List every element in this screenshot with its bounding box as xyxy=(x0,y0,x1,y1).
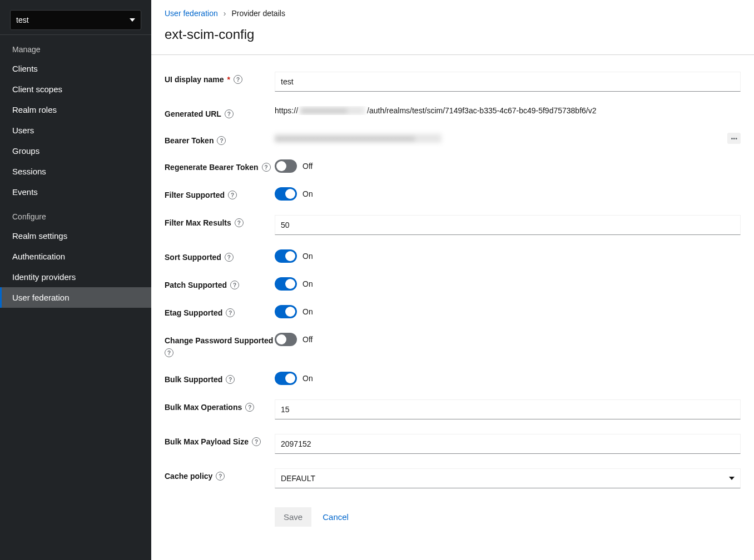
bulk-supported-switch[interactable] xyxy=(275,372,297,385)
realm-selector[interactable]: test xyxy=(10,10,141,30)
help-icon[interactable]: ? xyxy=(165,348,173,357)
sidebar-item-client-scopes[interactable]: Client scopes xyxy=(0,79,151,99)
help-icon[interactable]: ? xyxy=(235,218,244,227)
filter-supported-state: On xyxy=(302,189,313,198)
bearer-token-label: Bearer Token xyxy=(165,136,214,145)
help-icon[interactable]: ? xyxy=(216,472,225,481)
sidebar-item-events[interactable]: Events xyxy=(0,182,151,202)
cache-policy-label: Cache policy xyxy=(165,472,212,481)
manage-section-title: Manage xyxy=(0,35,151,58)
breadcrumb-user-federation[interactable]: User federation xyxy=(165,9,218,18)
main-content: User federation › Provider details ext-s… xyxy=(151,0,754,560)
page-title: ext-scim-config xyxy=(165,27,741,42)
chevron-down-icon xyxy=(130,18,135,22)
reveal-token-icon[interactable]: ••• xyxy=(727,133,741,144)
etag-supported-label: Etag Supported xyxy=(165,308,222,317)
bulk-max-payload-label: Bulk Max Payload Size xyxy=(165,437,249,446)
sidebar-item-identity-providers[interactable]: Identity providers xyxy=(0,267,151,287)
breadcrumb: User federation › Provider details xyxy=(165,9,741,18)
sidebar-item-user-federation[interactable]: User federation xyxy=(0,287,151,308)
filter-supported-switch[interactable] xyxy=(275,187,297,201)
bulk-max-ops-input[interactable] xyxy=(275,399,741,419)
ui-display-name-input[interactable] xyxy=(275,72,741,92)
generated-url-prefix: https:// xyxy=(275,106,298,115)
bulk-max-payload-input[interactable] xyxy=(275,434,741,454)
generated-url-input[interactable]: https:// xxxxxxxxxxxx /auth/realms/test/… xyxy=(275,106,741,115)
chevron-down-icon xyxy=(729,477,735,480)
filter-supported-label: Filter Supported xyxy=(165,191,225,199)
generated-url-suffix: /auth/realms/test/scim/7149f3ac-b335-4c6… xyxy=(367,106,596,115)
configure-section-title: Configure xyxy=(0,202,151,226)
patch-supported-switch[interactable] xyxy=(275,277,297,291)
help-icon[interactable]: ? xyxy=(230,281,239,289)
regenerate-token-state: Off xyxy=(302,162,312,171)
save-button[interactable]: Save xyxy=(275,507,311,527)
change-password-state: Off xyxy=(302,335,312,344)
cancel-button[interactable]: Cancel xyxy=(323,512,349,522)
help-icon[interactable]: ? xyxy=(245,403,254,412)
sort-supported-switch[interactable] xyxy=(275,249,297,263)
sidebar-item-clients[interactable]: Clients xyxy=(0,58,151,79)
help-icon[interactable]: ? xyxy=(226,375,235,384)
help-icon[interactable]: ? xyxy=(228,191,237,199)
patch-supported-state: On xyxy=(302,279,313,288)
etag-supported-state: On xyxy=(302,307,313,316)
help-icon[interactable]: ? xyxy=(225,253,234,262)
filter-max-results-label: Filter Max Results xyxy=(165,218,231,227)
breadcrumb-current: Provider details xyxy=(231,9,285,18)
bulk-max-ops-label: Bulk Max Operations xyxy=(165,403,242,412)
sidebar-item-groups[interactable]: Groups xyxy=(0,141,151,161)
redacted-token: xxxxxxxxxxxxxxxxxxxxxxxxxxxxxxxxxxxx xyxy=(275,134,442,143)
sidebar-item-realm-settings[interactable]: Realm settings xyxy=(0,226,151,246)
ui-display-name-label: UI display name xyxy=(165,75,224,84)
sidebar-item-sessions[interactable]: Sessions xyxy=(0,161,151,182)
regenerate-token-label: Regenerate Bearer Token xyxy=(165,163,259,172)
bearer-token-input[interactable]: xxxxxxxxxxxxxxxxxxxxxxxxxxxxxxxxxxxx xyxy=(275,134,442,143)
bulk-supported-state: On xyxy=(302,374,313,383)
chevron-right-icon: › xyxy=(224,9,226,18)
help-icon[interactable]: ? xyxy=(262,163,271,172)
required-indicator: * xyxy=(227,75,230,84)
sidebar-item-authentication[interactable]: Authentication xyxy=(0,246,151,267)
regenerate-token-switch[interactable] xyxy=(275,159,297,173)
help-icon[interactable]: ? xyxy=(252,437,261,446)
generated-url-label: Generated URL xyxy=(165,109,221,118)
sidebar-item-users[interactable]: Users xyxy=(0,120,151,141)
redacted-host: xxxxxxxxxxxx xyxy=(300,106,365,115)
help-icon[interactable]: ? xyxy=(234,75,242,84)
cache-policy-select[interactable]: DEFAULT xyxy=(275,468,741,488)
change-password-label: Change Password Supported xyxy=(165,336,273,345)
etag-supported-switch[interactable] xyxy=(275,305,297,318)
help-icon[interactable]: ? xyxy=(226,308,235,317)
filter-max-results-input[interactable] xyxy=(275,215,741,235)
cache-policy-value: DEFAULT xyxy=(281,474,315,483)
sidebar-item-realm-roles[interactable]: Realm roles xyxy=(0,99,151,120)
sort-supported-state: On xyxy=(302,252,313,261)
sort-supported-label: Sort Supported xyxy=(165,253,221,262)
change-password-switch[interactable] xyxy=(275,333,297,346)
help-icon[interactable]: ? xyxy=(225,109,234,118)
sidebar: test Manage Clients Client scopes Realm … xyxy=(0,0,151,560)
bulk-supported-label: Bulk Supported xyxy=(165,375,222,384)
realm-selector-value: test xyxy=(16,16,29,24)
patch-supported-label: Patch Supported xyxy=(165,281,227,289)
help-icon[interactable]: ? xyxy=(217,136,226,145)
